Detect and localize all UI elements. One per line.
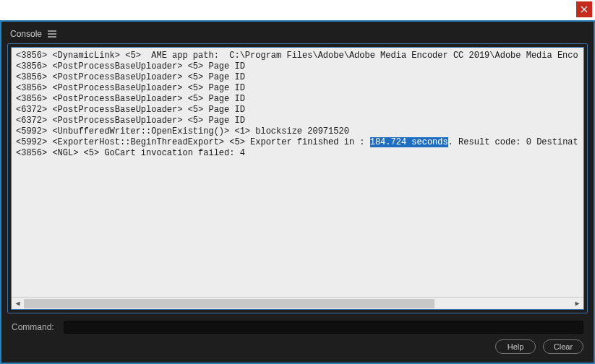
- app-frame: Console <3856> <DynamicLink> <5> AME app…: [0, 20, 595, 364]
- clear-button[interactable]: Clear: [543, 339, 583, 354]
- panel-menu-button[interactable]: [48, 30, 56, 38]
- window-titlebar: [0, 0, 595, 20]
- menu-icon: [48, 30, 56, 38]
- scroll-right-arrow[interactable]: ▶: [571, 298, 583, 310]
- command-label: Command:: [12, 322, 58, 332]
- console-line: <5992> <ExporterHost::BeginThreadExport>…: [16, 137, 579, 148]
- panel-tab-row: Console: [7, 26, 588, 43]
- console-line: <3856> <PostProcessBaseUploader> <5> Pag…: [16, 72, 579, 83]
- button-row: Help Clear: [7, 338, 588, 357]
- close-button[interactable]: [576, 1, 592, 17]
- highlighted-duration: 184.724 seconds: [370, 137, 448, 147]
- console-line: <5992> <UnbufferedWriter::OpenExisting()…: [16, 126, 579, 137]
- close-icon: [581, 6, 588, 13]
- scroll-left-arrow[interactable]: ◀: [12, 298, 24, 310]
- console-line: <3856> <DynamicLink> <5> AME app path: C…: [16, 51, 579, 61]
- console-frame: <3856> <DynamicLink> <5> AME app path: C…: [7, 43, 588, 313]
- console-output[interactable]: <3856> <DynamicLink> <5> AME app path: C…: [11, 47, 584, 310]
- help-button[interactable]: Help: [495, 339, 536, 354]
- command-input[interactable]: [64, 321, 583, 334]
- console-line: <6372> <PostProcessBaseUploader> <5> Pag…: [16, 116, 579, 126]
- console-line: <3856> <NGL> <5> GoCart invocation faile…: [16, 148, 579, 159]
- console-line: <6372> <PostProcessBaseUploader> <5> Pag…: [16, 105, 579, 116]
- console-line: <3856> <PostProcessBaseUploader> <5> Pag…: [16, 94, 579, 105]
- command-row: Command:: [7, 319, 588, 338]
- horizontal-scrollbar[interactable]: ◀ ▶: [12, 297, 583, 309]
- console-line: <3856> <PostProcessBaseUploader> <5> Pag…: [16, 61, 579, 72]
- console-lines: <3856> <DynamicLink> <5> AME app path: C…: [12, 48, 583, 297]
- console-line: <3856> <PostProcessBaseUploader> <5> Pag…: [16, 83, 579, 94]
- scroll-track[interactable]: [24, 298, 571, 310]
- tab-console[interactable]: Console: [10, 29, 42, 39]
- scroll-thumb[interactable]: [24, 299, 435, 308]
